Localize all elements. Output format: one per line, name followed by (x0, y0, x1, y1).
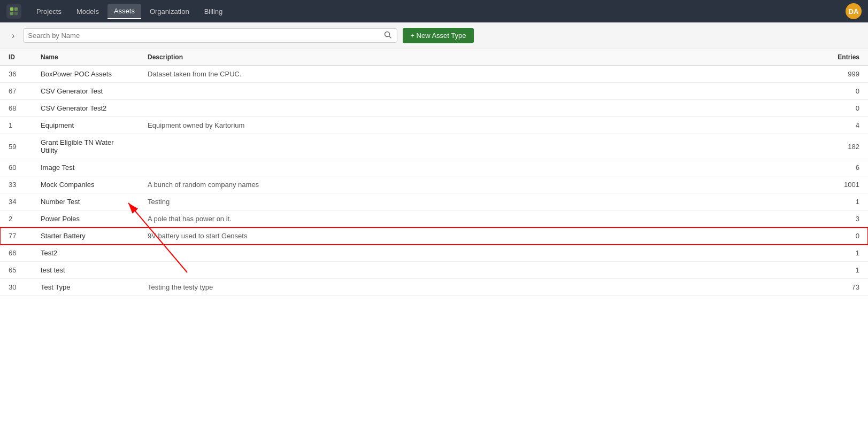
nav-items: ProjectsModelsAssetsOrganizationBilling (30, 4, 846, 19)
cell-name: Equipment (32, 117, 139, 134)
app-logo[interactable] (6, 4, 21, 19)
cell-id: 36 (0, 66, 32, 83)
cell-entries: 0 (815, 228, 868, 245)
expand-button[interactable]: › (9, 30, 18, 42)
table-row[interactable]: 36BoxPower POC AssetsDataset taken from … (0, 66, 868, 83)
toolbar: › + New Asset Type (0, 22, 868, 49)
cell-name: BoxPower POC Assets (32, 66, 139, 83)
col-header-name: Name (32, 49, 139, 66)
table-row[interactable]: 60Image Test6 (0, 159, 868, 176)
cell-id: 65 (0, 262, 32, 279)
cell-name: test test (32, 262, 139, 279)
table-row[interactable]: 77Starter Battery9V battery used to star… (0, 228, 868, 245)
cell-description: 9V battery used to start Gensets (139, 228, 815, 245)
table-row[interactable]: 34Number TestTesting1 (0, 193, 868, 210)
table-row[interactable]: 67CSV Generator Test0 (0, 83, 868, 100)
search-icon-button[interactable] (383, 31, 393, 40)
cell-entries: 4 (815, 117, 868, 134)
svg-rect-0 (10, 7, 13, 11)
nav-item-organization[interactable]: Organization (143, 4, 196, 19)
table-row[interactable]: 2Power PolesA pole that has power on it.… (0, 210, 868, 228)
cell-name: CSV Generator Test (32, 83, 139, 100)
new-asset-type-button[interactable]: + New Asset Type (403, 28, 473, 43)
cell-id: 34 (0, 193, 32, 210)
cell-entries: 1 (815, 193, 868, 210)
avatar[interactable]: DA (846, 3, 862, 19)
cell-description (139, 245, 815, 262)
svg-rect-3 (14, 12, 18, 15)
table-row[interactable]: 65test test1 (0, 262, 868, 279)
cell-entries: 1001 (815, 176, 868, 193)
cell-entries: 0 (815, 100, 868, 117)
col-header-entries: Entries (815, 49, 868, 66)
cell-description: A bunch of random company names (139, 176, 815, 193)
cell-id: 2 (0, 210, 32, 228)
cell-description (139, 262, 815, 279)
table-header-row: ID Name Description Entries (0, 49, 868, 66)
col-header-description: Description (139, 49, 815, 66)
cell-name: Test Type (32, 279, 139, 296)
nav-item-assets[interactable]: Assets (107, 4, 141, 19)
cell-id: 59 (0, 134, 32, 159)
cell-entries: 0 (815, 83, 868, 100)
cell-entries: 1 (815, 262, 868, 279)
cell-id: 68 (0, 100, 32, 117)
cell-name: Power Poles (32, 210, 139, 228)
search-container (23, 28, 397, 43)
table-row[interactable]: 66Test21 (0, 245, 868, 262)
nav-item-projects[interactable]: Projects (30, 4, 68, 19)
cell-entries: 6 (815, 159, 868, 176)
table-row[interactable]: 68CSV Generator Test20 (0, 100, 868, 117)
cell-entries: 999 (815, 66, 868, 83)
nav-item-billing[interactable]: Billing (198, 4, 229, 19)
cell-description: Testing (139, 193, 815, 210)
cell-id: 77 (0, 228, 32, 245)
cell-name: Test2 (32, 245, 139, 262)
svg-rect-2 (10, 12, 13, 15)
cell-name: Starter Battery (32, 228, 139, 245)
cell-name: Mock Companies (32, 176, 139, 193)
cell-description: A pole that has power on it. (139, 210, 815, 228)
svg-rect-1 (14, 7, 18, 11)
table-row[interactable]: 1EquipmentEquipment owned by Kartorium4 (0, 117, 868, 134)
cell-id: 60 (0, 159, 32, 176)
cell-id: 30 (0, 279, 32, 296)
col-header-id: ID (0, 49, 32, 66)
cell-description (139, 134, 815, 159)
cell-id: 1 (0, 117, 32, 134)
cell-name: Grant Eligible TN Water Utility (32, 134, 139, 159)
cell-name: CSV Generator Test2 (32, 100, 139, 117)
cell-entries: 73 (815, 279, 868, 296)
cell-description (139, 100, 815, 117)
cell-id: 33 (0, 176, 32, 193)
table-row[interactable]: 30Test TypeTesting the testy type73 (0, 279, 868, 296)
search-input[interactable] (28, 32, 383, 40)
cell-description: Dataset taken from the CPUC. (139, 66, 815, 83)
cell-description: Testing the testy type (139, 279, 815, 296)
table-row[interactable]: 33Mock CompaniesA bunch of random compan… (0, 176, 868, 193)
cell-id: 66 (0, 245, 32, 262)
cell-id: 67 (0, 83, 32, 100)
cell-description: Equipment owned by Kartorium (139, 117, 815, 134)
table-row[interactable]: 59Grant Eligible TN Water Utility182 (0, 134, 868, 159)
svg-line-5 (389, 36, 391, 38)
cell-name: Image Test (32, 159, 139, 176)
asset-type-table: ID Name Description Entries 36BoxPower P… (0, 49, 868, 296)
top-navigation: ProjectsModelsAssetsOrganizationBilling … (0, 0, 868, 22)
cell-entries: 182 (815, 134, 868, 159)
cell-entries: 1 (815, 245, 868, 262)
cell-description (139, 83, 815, 100)
nav-item-models[interactable]: Models (70, 4, 105, 19)
cell-entries: 3 (815, 210, 868, 228)
nav-right: DA (846, 3, 862, 19)
cell-name: Number Test (32, 193, 139, 210)
cell-description (139, 159, 815, 176)
